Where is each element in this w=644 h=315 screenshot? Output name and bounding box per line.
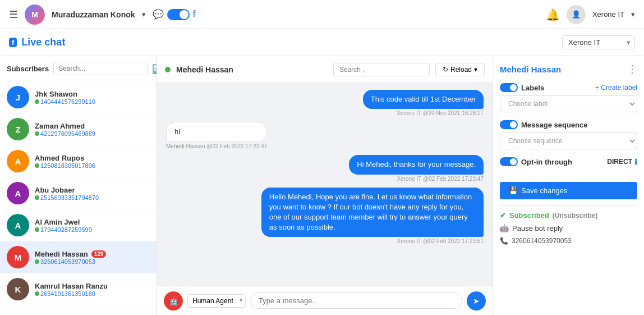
reload-button[interactable]: ↻ Reload ▾ [435,63,485,76]
nav-right: 🔔 👤 Xerone IT ▾ [546,5,635,24]
info-ahmed-rupos: Ahmed Rupos 1250818305017806 [35,154,150,169]
divider-1 [500,205,637,206]
info-al-amin-jwel: Al Amin Jwel 179440287259599 [35,218,150,233]
sidebar-item-abu-jobaer[interactable]: A Abu Jobaer 25156033351794870 [0,177,157,209]
sidebar-item-mehedi-hassan[interactable]: M Mehedi Hassan 129 3260614053970053 [0,241,157,273]
sidebar: Subscribers 🔄 J Jhk Shawon 1404441576299… [0,56,157,315]
chat-header: Mehedi Hassan ↻ Reload ▾ [157,56,493,83]
optin-info-icon: ℹ [634,158,637,166]
toggle-area: 💬 f [153,8,196,20]
second-bar: f Live chat Xerone IT [0,29,644,56]
admin-dropdown-icon[interactable]: ▾ [631,10,635,19]
rp-sequence-title: Message sequence [500,120,588,129]
nav-left: ☰ M Muraduzzaman Konok ▾ 💬 f [9,4,196,25]
sequence-title-text: Message sequence [521,121,588,129]
rp-labels-title: Labels [500,83,544,92]
name-ahmed-rupos: Ahmed Rupos [35,154,150,162]
phone-al-amin-jwel: 179440287259599 [35,226,150,233]
subscriber-list: J Jhk Shawon 1404441576299110 Z Zaman Ah… [0,81,157,315]
rp-labels-header: Labels + Create label [500,83,637,92]
agent-select[interactable]: Human Agent [187,294,246,308]
rp-optin-header: Opt-in through DIRECT ℹ [500,157,637,166]
name-abu-jobaer: Abu Jobaer [35,186,150,194]
message-3: Hi Mehedi, thanks for your message. Xero… [349,155,484,181]
sidebar-item-ahmed-rupos[interactable]: A Ahmed Rupos 1250818305017806 [0,145,157,177]
rp-contact-name: Mehedi Hassan [500,65,561,74]
name-jhk-shawon: Jhk Shawon [35,90,150,98]
chat-search-input[interactable] [333,63,430,76]
save-changes-button[interactable]: 💾 Save changes [500,182,637,199]
unread-badge: 129 [91,250,107,258]
avatar-mehedi-hassan: M [7,246,29,268]
pause-bot-row[interactable]: 🤖 Pause bot reply [500,224,637,232]
facebook-icon: f [193,8,196,20]
message-time-2: Mehedi Hassan @02 Feb 2022 17:23:47 [166,143,267,149]
send-button[interactable]: ➤ [467,291,486,311]
rp-sequence-section: Message sequence Choose sequence [500,120,637,149]
phone-icon: 📞 [500,237,508,245]
subscribed-row: ✔ Subscribed (Unsubscribe) [500,211,637,220]
phone-mehedi-hassan: 3260614053970053 [35,258,150,265]
sidebar-item-al-amin-jwel[interactable]: A Al Amin Jwel 179440287259599 [0,209,157,241]
save-label: Save changes [521,186,567,195]
company-select[interactable]: Xerone IT [562,35,635,49]
send-icon: ➤ [473,296,480,305]
name-zaman-ahmed: Zaman Ahmed [35,122,150,130]
message-4: Hello Mehedi, Hope you are fine. Let us … [261,188,484,245]
message-1: This code valid till 1st December Xerone… [363,90,484,116]
phone-ahmed-rupos: 1250818305017806 [35,162,150,169]
optin-toggle[interactable] [500,157,518,166]
fb-badge: f [9,38,17,47]
chat-messages: This code valid till 1st December Xerone… [157,83,493,286]
rp-phone-number: 3260614053970053 [512,237,572,245]
info-jhk-shawon: Jhk Shawon 1404441576299110 [35,90,150,105]
bell-icon[interactable]: 🔔 [546,8,560,21]
refresh-icon[interactable]: 🔄 [152,63,157,74]
chat-area: Mehedi Hassan ↻ Reload ▾ This code valid… [157,56,493,315]
chat-contact-name: Mehedi Hassan [176,65,328,74]
sidebar-header: Subscribers 🔄 [0,56,157,81]
message-input[interactable] [250,293,462,309]
name-mehedi-hassan: Mehedi Hassan 129 [35,250,150,258]
chat-footer: 🤖 Human Agent ➤ [157,286,493,315]
live-chat-title: f Live chat [9,36,65,48]
user-name-label: Muraduzzaman Konok [52,10,135,19]
rp-header: Mehedi Hassan ⋮ [500,63,637,75]
sequence-toggle[interactable] [500,120,518,129]
phone-kamrul-hasan: 2654191361350180 [35,290,150,297]
labels-toggle[interactable] [500,83,518,92]
subscriber-search-input[interactable] [53,62,148,75]
name-kamrul-hasan: Kamrul Hasan Ranzu [35,282,150,290]
rp-labels-section: Labels + Create label Choose label [500,83,637,112]
sequence-select[interactable]: Choose sequence [500,133,637,149]
info-mehedi-hassan: Mehedi Hassan 129 3260614053970053 [35,250,150,265]
message-bubble-1: This code valid till 1st December [363,90,484,109]
phone-abu-jobaer: 25156033351794870 [35,194,150,201]
avatar-al-amin-jwel: A [7,214,29,236]
online-indicator [165,67,171,72]
toggle-switch[interactable] [167,9,190,20]
avatar-abu-jobaer: A [7,182,29,204]
hamburger-icon[interactable]: ☰ [9,8,18,21]
message-time-4: Xerone IT @02 Feb 2022 17:23:51 [261,238,484,244]
pause-icon: 🤖 [500,224,509,232]
reload-icon: ↻ [443,66,448,74]
rp-phone-row: 📞 3260614053970053 [500,237,637,245]
agent-select-wrap: Human Agent [187,294,246,308]
phone-zaman-ahmed: 4212976095469889 [35,130,150,137]
label-select[interactable]: Choose label [500,95,637,112]
sidebar-item-zaman-ahmed[interactable]: Z Zaman Ahmed 4212976095469889 [0,113,157,145]
unsubscribe-link[interactable]: (Unsubscribe) [553,212,598,220]
main-layout: Subscribers 🔄 J Jhk Shawon 1404441576299… [0,56,644,315]
message-time-3: Xerone IT @02 Feb 2022 17:23:47 [349,176,484,182]
subscribers-title: Subscribers [7,65,49,73]
bot-avatar: 🤖 [164,291,183,311]
company-select-wrap: Xerone IT [562,35,635,49]
save-icon: 💾 [509,186,518,195]
create-label-link[interactable]: + Create label [595,84,637,92]
subscribed-label: Subscribed [509,211,549,220]
sidebar-item-kamrul-hasan[interactable]: K Kamrul Hasan Ranzu 2654191361350180 [0,273,157,305]
rp-more-options[interactable]: ⋮ [627,63,637,75]
sidebar-item-jhk-shawon[interactable]: J Jhk Shawon 1404441576299110 [0,81,157,113]
user-dropdown-icon[interactable]: ▾ [142,10,146,19]
